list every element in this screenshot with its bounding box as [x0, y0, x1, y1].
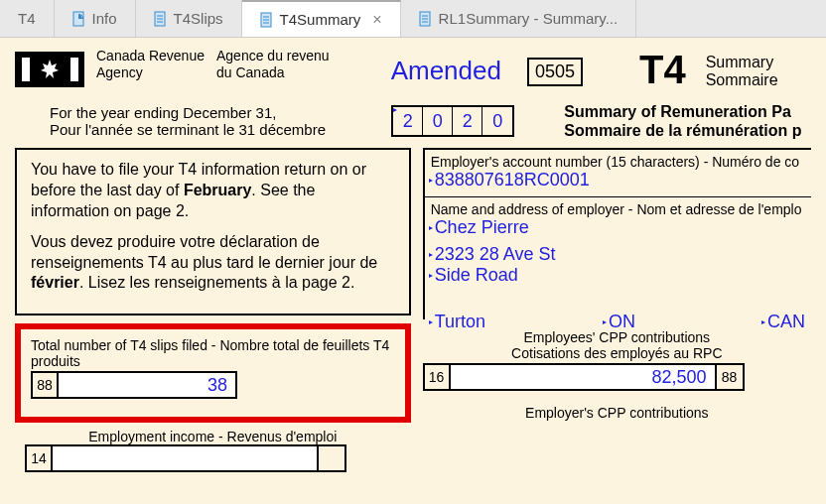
agency-name-en: Canada Revenue Agency: [96, 48, 205, 81]
line-number: 16: [423, 363, 451, 391]
year-digit: ▸2: [393, 107, 423, 135]
employer-name[interactable]: Chez Pierre: [431, 217, 529, 238]
tab-t4slips[interactable]: T4Slips: [136, 0, 242, 37]
text: Sommaire de la rémunération p: [564, 121, 811, 140]
line27-section: Employer's CPP contributions: [423, 405, 811, 421]
amended-label: Amended: [391, 56, 501, 86]
text: Pour l'année se terminant le 31 décembre: [50, 121, 391, 138]
employer-account-block: Employer's account number (15 characters…: [423, 148, 811, 196]
form-header: Canada Revenue Agency Agence du revenu d…: [15, 48, 811, 92]
year-ending-label: For the year ending December 31, Pour l'…: [50, 104, 391, 138]
tab-info[interactable]: ? Info: [55, 0, 136, 37]
year-input[interactable]: ▸2 0 2 0: [391, 105, 514, 137]
document-icon: [260, 12, 274, 28]
text: Agence du revenu: [216, 48, 330, 64]
main-content: You have to file your T4 information ret…: [15, 148, 811, 472]
year-digit: 2: [453, 107, 482, 135]
employer-addr1[interactable]: 2323 28 Ave St: [431, 244, 556, 265]
employer-addr2[interactable]: Side Road: [431, 265, 518, 286]
year-row: For the year ending December 31, Pour l'…: [15, 102, 811, 140]
text: Summary: [706, 54, 778, 71]
line14-section: Employment income - Revenus d'emploi 14: [15, 429, 411, 472]
info-en: You have to file your T4 information ret…: [31, 160, 395, 221]
tab-label: T4Slips: [174, 10, 223, 27]
text: Agency: [96, 64, 205, 81]
line16-label-fr: Cotisations des employés au RPC: [423, 345, 811, 361]
right-column: Employer's account number (15 characters…: [423, 148, 811, 472]
account-number[interactable]: 838807618RC0001: [431, 170, 590, 190]
year-digit: 0: [482, 107, 512, 135]
form-subtitle: Summary Sommaire: [706, 54, 778, 88]
text: Summary of Remuneration Pa: [564, 102, 811, 121]
year-digit: 0: [423, 107, 453, 135]
form-title-t4: T4: [639, 48, 686, 92]
line14-value[interactable]: [53, 444, 319, 472]
employer-province[interactable]: ON: [605, 312, 734, 332]
form-code: 0505: [527, 58, 583, 86]
line14-row: 14: [25, 444, 401, 472]
remuneration-title: Summary of Remuneration Pa Sommaire de l…: [564, 102, 811, 140]
svg-rect-16: [22, 58, 30, 81]
text: For the year ending December 31,: [50, 104, 391, 121]
line88-row: 88 38: [31, 371, 395, 399]
line-number: 14: [25, 444, 53, 472]
close-icon[interactable]: ×: [372, 11, 381, 29]
svg-rect-17: [70, 58, 78, 81]
left-column: You have to file your T4 information ret…: [15, 148, 411, 472]
line16-row: 16 82,500 88: [423, 363, 811, 391]
account-label: Employer's account number (15 characters…: [431, 154, 805, 170]
tab-label: T4: [18, 10, 36, 27]
employer-city[interactable]: Turton: [431, 312, 485, 332]
document-icon: [419, 11, 433, 27]
canada-flag-logo: [15, 52, 84, 87]
tab-label: T4Summary: [280, 11, 361, 28]
line16-suffix: 88: [717, 363, 745, 391]
info-icon: ?: [72, 11, 86, 27]
line16-value[interactable]: 82,500: [451, 363, 717, 391]
employer-name-block: Name and address of employer - Nom et ad…: [423, 196, 811, 319]
highlighted-line-88: Total number of T4 slips filed - Nombre …: [15, 323, 411, 423]
text: Sommaire: [706, 71, 778, 89]
line16-section: Employees' CPP contributions Cotisations…: [423, 329, 811, 391]
tab-label: RL1Summary - Summary...: [439, 10, 619, 27]
tab-label: Info: [92, 10, 117, 27]
text: du Canada: [216, 64, 330, 81]
line14-suffix: [319, 444, 346, 472]
agency-name-fr: Agence du revenu du Canada: [216, 48, 330, 81]
info-fr: Vous devez produire votre déclaration de…: [31, 232, 395, 294]
filing-deadline-info: You have to file your T4 information ret…: [15, 148, 411, 315]
tab-bar: T4 ? Info T4Slips T4Summary × RL1Summary…: [0, 0, 826, 38]
tab-t4[interactable]: T4: [0, 0, 55, 37]
tab-rl1summary[interactable]: RL1Summary - Summary...: [401, 0, 637, 37]
form-page: Canada Revenue Agency Agence du revenu d…: [0, 38, 826, 504]
line27-label-en: Employer's CPP contributions: [423, 405, 811, 421]
text: Canada Revenue: [96, 48, 205, 64]
document-icon: [154, 11, 168, 27]
svg-text:?: ?: [80, 13, 83, 19]
line88-value[interactable]: 38: [59, 371, 237, 399]
line-number: 88: [31, 371, 59, 399]
employer-country[interactable]: CAN: [763, 312, 805, 332]
line14-label: Employment income - Revenus d'emploi: [25, 429, 401, 444]
tab-t4summary[interactable]: T4Summary ×: [242, 0, 401, 37]
name-label: Name and address of employer - Nom et ad…: [431, 201, 805, 217]
line88-label: Total number of T4 slips filed - Nombre …: [31, 337, 395, 369]
